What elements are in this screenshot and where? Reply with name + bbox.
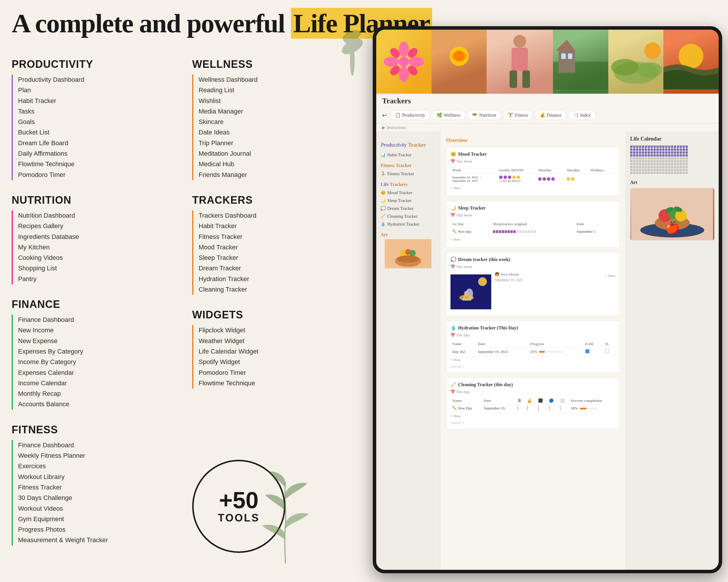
calendar-icon4: 📅 [450,333,455,337]
list-item[interactable]: Habit Tracker [18,96,181,106]
list-item[interactable]: Productivity Dashboard [18,75,181,85]
list-item[interactable]: My Kitchen [18,242,181,253]
checkbox-checked[interactable] [585,349,589,353]
clean-check-4[interactable] [549,406,549,411]
list-item[interactable]: Shopping List [18,263,181,274]
index-tab-icon: 📑 [573,112,579,118]
list-item[interactable]: Workout Videos [18,503,181,514]
calendar-cell [665,148,668,151]
sidebar-habit-tracker[interactable]: 📊 Habit Tracker [381,151,436,159]
list-item[interactable]: Weekly Fitness Planner [18,450,181,461]
nav-tab-finance[interactable]: 💰 Finance [535,110,567,120]
nutrition-tab-label: Nutrition [479,113,496,118]
list-item[interactable]: Plan [18,85,181,95]
list-item[interactable]: Meditation Journal [199,148,361,159]
nav-tab-wellness[interactable]: 🌿 Wellness [432,110,465,120]
list-item[interactable]: Dream Life Board [18,138,181,148]
nav-tab-index[interactable]: 📑 Index [568,110,596,120]
clean-check-5[interactable] [560,406,561,411]
nav-tab-productivity[interactable]: 📋 Productivity [390,110,430,120]
list-item[interactable]: Sleep Tracker [199,253,361,263]
list-item[interactable]: Progress Photos [18,524,181,535]
list-item[interactable]: Income By Category [18,357,181,367]
list-item[interactable]: Pantry [18,274,181,284]
list-item[interactable]: 30 Days Challenge [18,493,181,503]
calendar-cell [645,157,647,160]
col-chk4: 🔵 [547,397,558,405]
list-item[interactable]: Workout Librairy [18,472,181,482]
list-item[interactable]: Mood Tracker [199,242,361,253]
list-item[interactable]: Monthly Recap [18,388,181,399]
list-item[interactable]: Trackers Dashboard [199,211,361,221]
sidebar-sleep-tracker[interactable]: 🌙 Sleep Tracker [381,197,436,204]
list-item[interactable]: Finance Dashboard [18,314,181,325]
list-item[interactable]: Spotify Widget [199,357,361,367]
checkbox-unchecked[interactable] [605,349,609,353]
list-item[interactable]: Gym Equipment [18,514,181,524]
nav-tab-fitness[interactable]: 🏋️ Fitness [503,110,533,120]
calendar-cell [630,160,632,162]
list-item[interactable]: Media Manager [199,106,361,117]
sidebar-fitness-tracker[interactable]: 🏃 Fitness Tracker [381,170,436,178]
clean-check-3[interactable] [538,406,539,411]
back-icon[interactable]: ↩ [382,112,387,119]
list-item[interactable]: Reading List [199,85,361,95]
sleep-add-new[interactable]: + New [450,236,615,243]
list-item[interactable]: Tasks [18,106,181,117]
list-item[interactable]: Pomodoro Timer [18,170,181,180]
clean-check-1[interactable] [517,406,518,411]
list-item[interactable]: Flowtime Technique [18,159,181,169]
list-item[interactable]: Wishlist [199,96,361,106]
list-item[interactable]: Habit Tracker [199,221,361,231]
list-item[interactable]: Medical Hub [199,159,361,169]
list-item[interactable]: Pomodoro Timer [199,367,361,378]
calendar-cell [665,145,668,148]
list-item[interactable]: Exercices [18,461,181,471]
list-item[interactable]: Expenses By Category [18,346,181,357]
list-item[interactable]: Cleaning Tracker [199,284,361,295]
list-item[interactable]: Daily Affirmations [18,148,181,159]
list-item[interactable]: Flipclock Widget [199,325,361,335]
list-item[interactable]: Hydration Tracker [199,274,361,284]
instructions-label[interactable]: ▶ Instructions [382,125,713,130]
calendar-cell [659,151,661,154]
list-item[interactable]: Expenses Calendar [18,367,181,378]
calendar-cell [645,145,647,148]
sidebar-cleaning-tracker[interactable]: 🧹 Cleaning Tracker [381,213,436,220]
list-item[interactable]: Friends Manager [199,170,361,180]
nav-tab-nutrition[interactable]: 🥗 Nutrition [467,110,501,120]
list-item[interactable]: Life Calendar Widget [199,346,361,357]
calendar-cell [659,157,661,160]
list-item[interactable]: Recipes Gallery [18,221,181,231]
sidebar-hydration-tracker[interactable]: 💧 Hydration Tracker [381,220,436,228]
list-item[interactable]: Weather Widget [199,336,361,346]
list-item[interactable]: Bucket List [18,127,181,138]
list-item[interactable]: Finance Dashboard [18,440,181,450]
hydration-add-new[interactable]: + New [450,356,615,364]
list-item[interactable]: Date Ideas [199,127,361,138]
cleaning-add-new[interactable]: + New [450,412,615,420]
list-item[interactable]: Accounts Balance [18,399,181,410]
list-item[interactable]: New Income [18,325,181,335]
list-item[interactable]: Nutrition Dashboard [18,211,181,221]
list-item[interactable]: Skincare [199,117,361,127]
sidebar-mood-tracker[interactable]: 😊 Mood Tracker [381,189,436,197]
mood-add-new[interactable]: + New [450,184,615,192]
list-item[interactable]: New Expense [18,336,181,346]
calendar-cell [674,145,676,148]
list-item[interactable]: Cooking Videos [18,253,181,263]
list-item[interactable]: Measurement & Weight Tracker [18,535,181,545]
sidebar-dream-tracker[interactable]: 💭 Dream Tracker [381,204,436,213]
list-item[interactable]: Goals [18,117,181,127]
dream-add-new[interactable]: + New [605,272,615,280]
list-item[interactable]: Flowtime Technique [199,378,361,388]
list-item[interactable]: Trip Planner [199,138,361,148]
clean-check-2[interactable] [527,406,528,411]
list-item[interactable]: Fitness Tracker [18,482,181,493]
calendar-cell [656,148,659,151]
list-item[interactable]: Dream Tracker [199,263,361,274]
list-item[interactable]: Income Calendar [18,378,181,388]
list-item[interactable]: Ingredients Database [18,232,181,242]
calendar-cell [680,151,682,154]
list-item[interactable]: Fitness Tracker [199,232,361,242]
